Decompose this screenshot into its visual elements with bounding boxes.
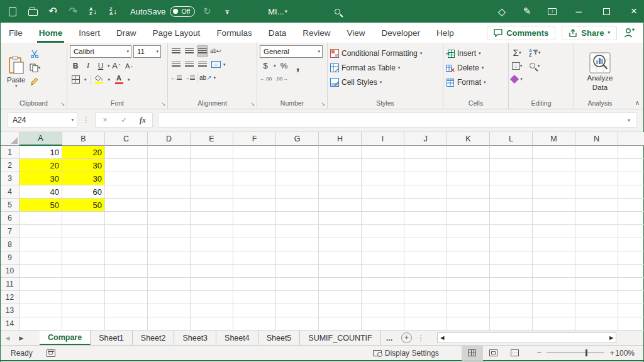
cell-E2[interactable] [191,159,233,172]
cell-K12[interactable] [447,291,490,304]
column-header-A[interactable]: A [19,132,62,146]
cell-L9[interactable] [490,251,533,265]
row-header-7[interactable]: 7 [1,225,19,238]
column-header-B[interactable]: B [62,132,105,146]
cell-J10[interactable] [404,265,447,278]
cell-G11[interactable] [276,278,319,291]
cell-B2[interactable]: 30 [62,159,105,172]
cell-L10[interactable] [490,265,533,278]
cell-J14[interactable] [404,317,447,331]
display-settings-button[interactable]: Display Settings [373,349,439,358]
cell-C13[interactable] [105,304,148,317]
cell-H14[interactable] [319,317,362,331]
cell-G4[interactable] [276,185,319,199]
cell-I10[interactable] [362,265,404,278]
fill-color-icon[interactable] [94,74,105,85]
cell-N12[interactable] [575,291,618,304]
page-layout-view-button[interactable] [483,345,504,361]
number-format-combo[interactable]: General▾ [260,45,323,58]
align-left-icon[interactable] [170,58,182,70]
merge-center-icon[interactable]: ↔ [210,58,221,70]
sheet-tab-sheet5[interactable]: Sheet5 [258,331,301,345]
cell-C1[interactable] [105,146,148,159]
cell-E7[interactable] [191,225,233,238]
cell-D6[interactable] [148,212,191,225]
cell-C2[interactable] [105,159,148,172]
cell-D7[interactable] [148,225,191,238]
quick-access-customize-icon[interactable]: ─▾ [219,3,235,19]
row-header-10[interactable]: 10 [1,265,19,278]
formula-bar-expand-icon[interactable]: ▾ [621,118,636,123]
cell-I11[interactable] [362,278,404,291]
cell-F14[interactable] [233,317,276,331]
copy-icon[interactable]: ▾ [29,62,40,74]
cell-G3[interactable] [276,172,319,185]
cell-M1[interactable] [533,146,575,159]
cell-H10[interactable] [319,265,362,278]
cell-F7[interactable] [233,225,276,238]
cell-I6[interactable] [362,212,404,225]
cell-I9[interactable] [362,251,404,265]
cell-B13[interactable] [62,304,105,317]
comments-button[interactable]: Comments [487,26,555,40]
cell-I8[interactable] [362,238,404,251]
cell-N3[interactable] [575,172,618,185]
cell-H13[interactable] [319,304,362,317]
cell-A12[interactable] [19,291,62,304]
tab-home[interactable]: Home [31,23,71,43]
sort-az-icon[interactable]: AZ↓ [85,3,101,19]
redo-icon[interactable]: ↷▾ [65,3,81,19]
cell-E10[interactable] [191,265,233,278]
cell-J2[interactable] [404,159,447,172]
search-icon[interactable] [329,3,345,19]
column-header-J[interactable]: J [404,132,447,146]
cell-E5[interactable] [191,199,233,212]
cell-B8[interactable] [62,238,105,251]
cell-L6[interactable] [490,212,533,225]
cell-N14[interactable] [575,317,618,331]
cell-E4[interactable] [191,185,233,199]
cell-C6[interactable] [105,212,148,225]
cell-E13[interactable] [191,304,233,317]
cell-I2[interactable] [362,159,404,172]
cell-I1[interactable] [362,146,404,159]
row-header-14[interactable]: 14 [1,317,19,331]
cell-E12[interactable] [191,291,233,304]
cell-M6[interactable] [533,212,575,225]
cell-K11[interactable] [447,278,490,291]
column-header-K[interactable]: K [447,132,490,146]
zoom-slider[interactable] [547,353,604,353]
cell-E14[interactable] [191,317,233,331]
cell-A10[interactable] [19,265,62,278]
cell-D4[interactable] [148,185,191,199]
format-painter-icon[interactable] [29,75,40,87]
cell-E11[interactable] [191,278,233,291]
cut-icon[interactable] [29,48,40,60]
cell-F4[interactable] [233,185,276,199]
cell-G13[interactable] [276,304,319,317]
cell-B4[interactable]: 60 [62,185,105,199]
cell-A8[interactable] [19,238,62,251]
cell-F6[interactable] [233,212,276,225]
cell-D1[interactable] [148,146,191,159]
cell-K5[interactable] [447,199,490,212]
number-dialog-launcher[interactable]: ↘ [321,101,325,107]
share-button[interactable]: Share ▾ [562,26,617,40]
cell-B9[interactable] [62,251,105,265]
cell-M13[interactable] [533,304,575,317]
cell-J8[interactable] [404,238,447,251]
cell-H3[interactable] [319,172,362,185]
cell-C5[interactable] [105,199,148,212]
tab-developer[interactable]: Developer [373,23,428,43]
cell-G10[interactable] [276,265,319,278]
cell-A3[interactable]: 30 [19,172,62,185]
sheet-tab-compare[interactable]: Compare [40,331,91,345]
column-header-E[interactable]: E [191,132,233,146]
cell-C10[interactable] [105,265,148,278]
row-header-8[interactable]: 8 [1,238,19,251]
new-sheet-button[interactable]: + [401,332,412,343]
row-header-3[interactable]: 3 [1,172,19,185]
cell-K9[interactable] [447,251,490,265]
autosum-icon[interactable]: Σ▾ [511,47,523,58]
cell-C7[interactable] [105,225,148,238]
